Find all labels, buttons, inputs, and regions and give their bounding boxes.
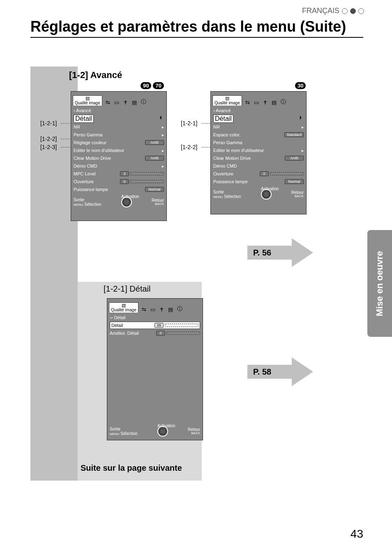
- language-label: FRANÇAIS: [302, 7, 339, 15]
- info-icon: ⓘ: [141, 98, 146, 106]
- menu-row: Ouverture0: [74, 178, 164, 185]
- submenu-arrow-icon: ▸: [162, 148, 164, 153]
- menu-row-label: Ouverture: [213, 171, 260, 176]
- info-icon: ⓘ: [281, 98, 286, 106]
- callout-line: [61, 139, 71, 139]
- down-arrow-icon: ⬇: [159, 115, 162, 120]
- model-badges-left: 90 70: [141, 82, 164, 89]
- menu-row: Clear Motion DriveArrêt: [213, 154, 304, 162]
- callout: [1-2-1]: [40, 120, 57, 127]
- menu-row: Ouverture0: [213, 170, 304, 177]
- menu-row-label: NR: [213, 124, 302, 129]
- breadcrumb: ›› Détail: [110, 315, 200, 320]
- lang-dot-2: [350, 8, 356, 14]
- callout-line: [61, 123, 71, 124]
- menu-row: Démo CMD: [213, 162, 304, 170]
- slider-track: [165, 324, 198, 327]
- menu-row-label: Détail: [111, 323, 154, 328]
- menu-label: MENU: [213, 195, 223, 199]
- menu-row: Puissance lampeNormal: [213, 178, 304, 185]
- badge: 70: [153, 82, 164, 89]
- submenu-arrow-icon: ▸: [162, 125, 164, 129]
- submenu-arrow-icon: ▸: [302, 125, 304, 129]
- value-number: 25: [154, 323, 164, 328]
- menu-row-label: Démo CMD: [74, 163, 162, 168]
- osd-panel-detail: ▧ Qualité image ⇆ ▭ ✝ ▤ ⓘ ›› Détail Déta…: [107, 298, 203, 440]
- badge: 90: [141, 82, 151, 89]
- menu-row: Amélior. Détail0: [110, 329, 200, 337]
- lang-dot-1: [342, 8, 348, 14]
- menu-row-label: Editer le nom d'utilisateur: [74, 148, 162, 153]
- value-box: Standard: [284, 132, 304, 137]
- badge: 30: [295, 82, 306, 89]
- menu-row: Puissance lampeNormal: [74, 186, 164, 193]
- section-title: [1-2] Avancé: [69, 70, 122, 81]
- continue-text: Suite sur la page suivante: [81, 463, 182, 473]
- osd-active-tab: ▧ Qualité image: [109, 302, 138, 313]
- value-number: 0: [156, 331, 165, 336]
- tab-icon: ⇆: [142, 306, 146, 313]
- menu-row: NR▸: [213, 123, 304, 131]
- menu-label: MENU: [110, 432, 120, 436]
- callout: [1-2-2]: [181, 144, 197, 150]
- menu-label: MENU: [74, 203, 83, 207]
- value-number: 0: [260, 171, 269, 176]
- page-ref-arrow: P. 56: [247, 238, 317, 267]
- osd-footer: Sortie MENU Sélection Activation Retour …: [71, 194, 166, 211]
- activation-label: Activation: [157, 424, 175, 428]
- menu-row-label: Amélior. Détail: [110, 331, 156, 336]
- back-label: BACK: [152, 203, 164, 206]
- callout: [1-2-3]: [40, 144, 57, 150]
- osd-active-tab: ▧ Qualité image: [212, 95, 242, 106]
- tab-icon: ▤: [132, 99, 137, 106]
- menu-row-label: MPC Level: [74, 171, 120, 176]
- value-number: 0: [120, 179, 129, 184]
- value-box: Normal: [145, 187, 164, 192]
- back-label: BACK: [291, 195, 304, 198]
- submenu-arrow-icon: ▸: [302, 148, 304, 153]
- tab-icon: ✝: [263, 99, 267, 106]
- menu-row-label: Démo CMD: [213, 163, 304, 168]
- value-box: Normal: [285, 179, 304, 184]
- tab-label: Qualité image: [75, 101, 100, 106]
- tab-icon: ▭: [150, 306, 155, 313]
- language-indicator: FRANÇAIS: [302, 7, 364, 15]
- menu-row: Editer le nom d'utilisateur▸: [74, 147, 164, 154]
- osd-footer: Sortie MENU Sélection Activation Retour …: [107, 424, 203, 440]
- selection-label: Sélection: [224, 194, 241, 199]
- back-label: BACK: [188, 432, 200, 435]
- menu-row: Démo CMD▸: [74, 162, 164, 170]
- menu-row-label: NR: [74, 124, 162, 129]
- activation-label: Activation: [261, 186, 279, 191]
- tab-icon: ▤: [272, 99, 277, 106]
- menu-row: NR▸: [74, 123, 164, 131]
- menu-row: Détail25: [110, 322, 200, 329]
- osd-tabrow: ▧ Qualité image ⇆ ▭ ✝ ▤ ⓘ: [71, 92, 166, 106]
- menu-row-label: Réglage couleur: [74, 140, 145, 145]
- sub-section-title: [1-2-1] Détail: [104, 284, 151, 294]
- menu-row-label: Espace color.: [213, 132, 284, 137]
- slider-track: [166, 331, 200, 335]
- tab-icon: ✝: [123, 99, 128, 106]
- tab-label: Qualité image: [214, 101, 240, 106]
- menu-row: Perso Gamma▸: [74, 131, 164, 138]
- menu-row-label: Perso Gamma: [213, 140, 304, 145]
- slider-track: [130, 172, 164, 175]
- tab-icon: ▭: [254, 99, 259, 106]
- menu-row: Clear Motion DriveArrêt: [74, 154, 164, 162]
- breadcrumb: › Avancé: [74, 108, 164, 113]
- side-tab-label: Mise en oeuvre: [374, 251, 385, 316]
- tab-icon: ✝: [159, 306, 164, 313]
- callout-line: [61, 147, 71, 147]
- highlighted-item: Détail: [213, 115, 233, 123]
- highlighted-item: Détail: [74, 115, 94, 123]
- value-box: Arrêt: [145, 156, 164, 161]
- lang-dot-3: [358, 8, 364, 14]
- callout-line: [201, 123, 210, 124]
- menu-row: Perso Gamma: [213, 139, 304, 146]
- menu-row-label: Perso Gamma: [74, 132, 162, 137]
- side-tab: Mise en oeuvre: [367, 230, 392, 337]
- image-quality-icon: ▧: [225, 96, 229, 101]
- selection-label: Sélection: [84, 202, 101, 207]
- image-quality-icon: ▧: [122, 303, 126, 308]
